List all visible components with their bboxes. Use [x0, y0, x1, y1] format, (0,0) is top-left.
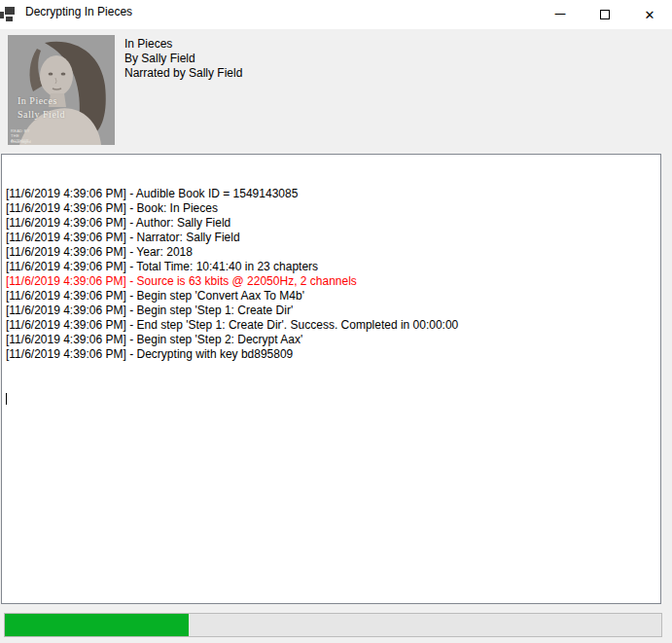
text-caret: [6, 393, 7, 405]
close-icon: ✕: [645, 8, 655, 22]
log-line: [11/6/2019 4:39:06 PM] - Total Time: 10:…: [6, 260, 656, 274]
log-line: [11/6/2019 4:39:06 PM] - Narrator: Sally…: [6, 231, 656, 245]
minimize-icon: —: [554, 7, 566, 20]
minimize-button[interactable]: —: [538, 0, 583, 29]
close-button[interactable]: ✕: [627, 0, 672, 29]
book-title: In Pieces: [124, 37, 242, 52]
log-line: [11/6/2019 4:39:06 PM] - Author: Sally F…: [6, 216, 656, 231]
log-line: [11/6/2019 4:39:06 PM] - Source is 63 kb…: [6, 274, 656, 289]
app-window: Decrypting In Pieces — ✕: [0, 0, 672, 643]
window-controls: — ✕: [538, 0, 672, 29]
window-title: Decrypting In Pieces: [25, 5, 132, 18]
book-narrator: Narrated by Sally Field: [124, 66, 242, 81]
log-line: [11/6/2019 4:39:06 PM] - Year: 2018: [6, 245, 656, 260]
cover-edition-text: Unabridged: [11, 139, 31, 144]
log-lines: [11/6/2019 4:39:06 PM] - Audible Book ID…: [6, 187, 656, 362]
log-line: [11/6/2019 4:39:06 PM] - Begin step 'Ste…: [6, 304, 656, 318]
log-line: [11/6/2019 4:39:06 PM] - End step 'Step …: [6, 318, 656, 333]
book-info: In Pieces By Sally Field Narrated by Sal…: [124, 37, 242, 81]
progress-bar: [4, 613, 662, 637]
log-line: [11/6/2019 4:39:06 PM] - Decrypting with…: [6, 347, 656, 362]
log-line: [11/6/2019 4:39:06 PM] - Audible Book ID…: [6, 187, 656, 201]
progress-bar-fill: [5, 614, 189, 636]
log-line: [11/6/2019 4:39:06 PM] - Book: In Pieces: [6, 201, 656, 216]
log-line: [11/6/2019 4:39:06 PM] - Begin step 'Ste…: [6, 333, 656, 347]
book-cover-image: In Pieces Sally Field READ BY THE AUTHOR…: [8, 35, 115, 145]
cover-title-text: In Pieces: [18, 95, 57, 106]
book-author: By Sally Field: [124, 52, 242, 66]
title-bar: Decrypting In Pieces — ✕: [0, 0, 672, 29]
maximize-icon: [600, 10, 610, 19]
app-icon: [0, 4, 14, 25]
log-line: [11/6/2019 4:39:06 PM] - Begin step 'Con…: [6, 289, 656, 304]
cover-author-text: Sally Field: [18, 109, 65, 120]
log-output[interactable]: [11/6/2019 4:39:06 PM] - Audible Book ID…: [1, 154, 661, 604]
maximize-button[interactable]: [583, 0, 627, 29]
